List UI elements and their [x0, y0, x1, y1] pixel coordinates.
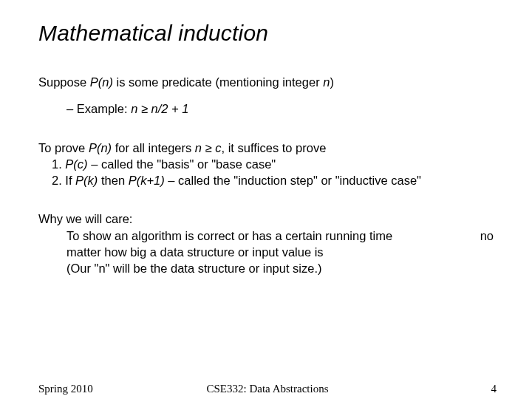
item-number: 2. If — [52, 174, 75, 187]
predicate-symbol: P(n) — [89, 141, 112, 154]
slide: Mathematical induction Suppose P(n) is s… — [0, 0, 532, 399]
prove-item-2: 2. If P(k) then P(k+1) – called the "ind… — [52, 172, 497, 188]
text: is some predicate (mentioning integer — [113, 75, 323, 89]
item-number: 1. — [52, 157, 65, 171]
slide-body: Suppose P(n) is some predicate (mentioni… — [38, 74, 497, 276]
example-line: – Example: n ≥ n/2 + 1 — [66, 100, 497, 117]
why-line-2: matter how big a data structure or input… — [66, 244, 497, 260]
text: then — [98, 174, 128, 187]
text: To show an algorithm is correct or has a… — [66, 229, 392, 242]
why-block: Why we will care: To show an algorithm i… — [38, 211, 497, 276]
predicate-symbol: P(n) — [90, 75, 113, 89]
prove-block: To prove P(n) for all integers n ≥ c, it… — [38, 140, 497, 189]
text-no: no — [480, 228, 494, 244]
math-expr: n ≥ c — [195, 141, 222, 154]
text: for all integers — [112, 141, 195, 154]
prove-intro: To prove P(n) for all integers n ≥ c, it… — [38, 140, 497, 156]
text: Suppose — [38, 75, 90, 89]
intro-line: Suppose P(n) is some predicate (mentioni… — [38, 74, 497, 90]
example-expr: n ≥ n/2 + 1 — [131, 102, 188, 115]
text: To prove — [38, 141, 89, 154]
footer-course: CSE332: Data Abstractions — [38, 383, 497, 395]
footer-page-number: 4 — [491, 383, 497, 395]
why-heading: Why we will care: — [38, 211, 497, 227]
math-expr: P(k+1) — [129, 174, 165, 187]
why-line-3: (Our "n" will be the data structure or i… — [66, 260, 497, 276]
text: – called the "induction step" or "induct… — [165, 174, 421, 187]
text: ) — [330, 75, 334, 89]
slide-title: Mathematical induction — [38, 21, 497, 46]
text: – called the "basis" or "base case" — [88, 157, 276, 171]
math-expr: P(k) — [75, 174, 98, 187]
why-line-1: To show an algorithm is correct or has a… — [66, 228, 497, 244]
example-label: – Example: — [66, 102, 131, 115]
math-expr: P(c) — [65, 157, 87, 171]
text: , it suffices to prove — [222, 141, 327, 154]
prove-item-1: 1. P(c) – called the "basis" or "base ca… — [52, 156, 497, 172]
